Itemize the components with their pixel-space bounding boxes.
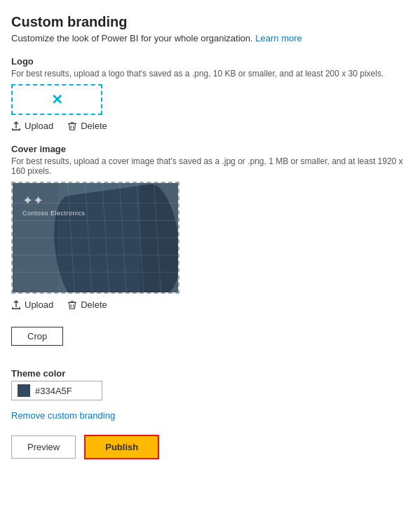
delete-icon (67, 121, 77, 131)
svg-rect-16 (57, 183, 140, 292)
publish-button[interactable]: Publish (84, 435, 159, 459)
crop-button[interactable]: Crop (11, 327, 63, 346)
cover-company-name: Contoso Electronics (22, 210, 86, 217)
subtitle-text: Customize the look of Power BI for your … (11, 33, 253, 43)
upload-icon (11, 121, 21, 131)
page-subtitle: Customize the look of Power BI for your … (11, 33, 409, 43)
logo-section: Logo For best results, upload a logo tha… (11, 56, 409, 131)
logo-section-title: Logo (11, 56, 409, 67)
cover-upload-button[interactable]: Upload (11, 299, 53, 310)
cover-upload-icon (11, 300, 21, 310)
bottom-buttons: Preview Publish (11, 435, 409, 459)
logo-upload-button[interactable]: Upload (11, 121, 53, 131)
cover-logo-icon: ✦✦ (22, 193, 43, 208)
color-swatch (18, 384, 30, 397)
cover-hint-text: For best results, upload a cover image t… (11, 156, 409, 176)
cover-actions: Upload Delete (11, 299, 409, 310)
logo-actions: Upload Delete (11, 121, 409, 131)
color-value-text: #334A5F (35, 386, 72, 396)
svg-rect-0 (68, 123, 76, 123)
logo-upload-box[interactable]: ✕ (11, 84, 102, 115)
theme-color-input[interactable]: #334A5F (11, 381, 102, 400)
logo-hint-text: For best results, upload a logo that's s… (11, 69, 409, 79)
svg-rect-17 (68, 302, 76, 302)
logo-delete-button[interactable]: Delete (67, 121, 107, 131)
learn-more-link[interactable]: Learn more (255, 33, 302, 43)
cover-image-placeholder: ✦✦ Contoso Electronics (13, 183, 178, 292)
logo-x-icon: ✕ (51, 91, 63, 108)
preview-button[interactable]: Preview (11, 435, 76, 459)
cover-image-box[interactable]: ✦✦ Contoso Electronics (11, 182, 179, 294)
theme-section-title: Theme color (11, 368, 409, 379)
cover-section-title: Cover image (11, 144, 409, 154)
cover-section: Cover image For best results, upload a c… (11, 144, 409, 358)
remove-branding-link[interactable]: Remove custom branding (11, 410, 115, 421)
cover-delete-button[interactable]: Delete (67, 299, 107, 310)
page-title: Custom branding (11, 14, 409, 30)
theme-section: Theme color #334A5F (11, 368, 409, 400)
cover-delete-icon (67, 300, 77, 310)
